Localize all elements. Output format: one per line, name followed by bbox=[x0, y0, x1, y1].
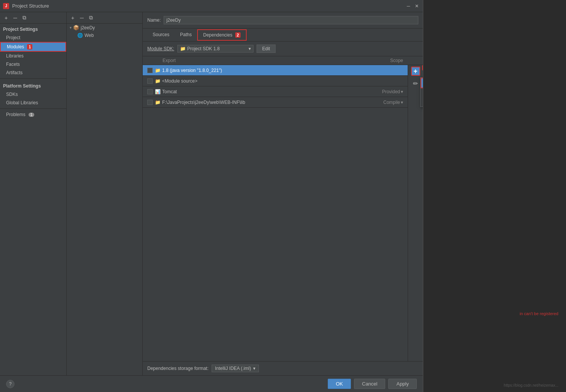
module-tree: + ─ ⧉ ▾ 📦 j2eeDy 🌐 Web bbox=[67, 12, 143, 375]
sdk-label: Module SDK: bbox=[147, 46, 174, 51]
tree-item-label: j2eeDy bbox=[81, 25, 95, 30]
sidebar-item-artifacts[interactable]: Artifacts bbox=[0, 69, 66, 77]
annotation-3: 3 bbox=[422, 65, 423, 70]
app-icon: J bbox=[3, 3, 9, 9]
minimize-button[interactable]: ─ bbox=[405, 3, 411, 9]
dep-name-tomcat: Tomcat bbox=[162, 89, 365, 94]
title-bar: J Project Structure ─ ✕ bbox=[0, 0, 423, 12]
sdk-dropdown-arrow: ▾ bbox=[249, 46, 251, 51]
dep-scope-lib[interactable]: Compile ▾ bbox=[365, 100, 403, 105]
help-button[interactable]: ? bbox=[6, 380, 14, 388]
sidebar-toolbar: + ─ ⧉ bbox=[0, 12, 66, 24]
dropdown-item-library[interactable]: 2 Library... bbox=[421, 88, 423, 97]
sidebar-item-label: Project bbox=[6, 35, 20, 40]
ide-error-text: in can't be registered bbox=[520, 311, 558, 316]
module-copy-button[interactable]: ⧉ bbox=[87, 14, 95, 22]
web-icon: 🌐 bbox=[77, 33, 83, 38]
main-panel: Name: Sources Paths Dependencies 2 Modul… bbox=[143, 12, 423, 375]
sidebar-item-label: Problems bbox=[6, 112, 26, 117]
dropdown-item-module-dep[interactable]: 3 Module Dependency... bbox=[421, 97, 423, 107]
storage-value: IntelliJ IDEA (.iml) bbox=[215, 366, 251, 371]
sdk-icon: 📁 bbox=[180, 46, 186, 51]
footer: ? OK Cancel Apply bbox=[0, 375, 423, 392]
dep-icon-jdk: 📁 bbox=[155, 68, 161, 73]
dropdown-item-jars[interactable]: 1 JARs or directories... 4 bbox=[421, 78, 423, 88]
dep-checkbox-jdk[interactable] bbox=[147, 68, 153, 73]
platform-settings-label: Platform Settings bbox=[0, 80, 66, 90]
sidebar-item-label: Facets bbox=[6, 62, 20, 67]
window-title: Project Structure bbox=[12, 3, 405, 9]
sidebar-item-project[interactable]: Project bbox=[0, 33, 66, 42]
dependency-row-lib[interactable]: 📁 F:\JavaProjects\j2eeDy\web\WEB-INF\lib… bbox=[143, 97, 408, 108]
add-dependency-button[interactable]: + bbox=[411, 67, 420, 76]
dep-checkbox-lib[interactable] bbox=[147, 100, 153, 105]
dep-name-jdk: 1.8 (java version "1.8.0_221") bbox=[162, 68, 365, 73]
dep-checkbox-source[interactable] bbox=[147, 78, 153, 84]
storage-label: Dependencies storage format: bbox=[147, 366, 209, 371]
sidebar-copy-button[interactable]: ⧉ bbox=[21, 14, 28, 22]
cancel-button[interactable]: Cancel bbox=[354, 379, 385, 389]
dep-icon-lib: 📁 bbox=[155, 100, 161, 105]
tree-expand-arrow: ▾ bbox=[70, 25, 72, 30]
sidebar-item-label: Global Libraries bbox=[6, 100, 38, 105]
sidebar-remove-button[interactable]: ─ bbox=[11, 14, 19, 22]
tab-dependencies[interactable]: Dependencies 2 bbox=[197, 29, 247, 41]
problems-count: 1 bbox=[29, 113, 35, 117]
dependency-row-tomcat[interactable]: 📊 Tomcat Provided ▾ bbox=[143, 86, 408, 97]
tree-item-j2eedy[interactable]: ▾ 📦 j2eeDy bbox=[67, 24, 142, 32]
sidebar-add-button[interactable]: + bbox=[2, 14, 10, 22]
dep-checkbox-tomcat[interactable] bbox=[147, 89, 153, 94]
sdk-value: Project SDK 1.8 bbox=[187, 46, 220, 51]
ide-url: https://blog.csdn.net/heizemax... bbox=[504, 383, 558, 387]
dependency-row-source[interactable]: 📁 <Module source> bbox=[143, 76, 408, 86]
close-button[interactable]: ✕ bbox=[414, 3, 420, 9]
name-input[interactable] bbox=[164, 16, 418, 24]
storage-select[interactable]: IntelliJ IDEA (.iml) ▾ bbox=[212, 365, 259, 372]
module-tree-toolbar: + ─ ⧉ bbox=[67, 12, 142, 24]
dep-icon-tomcat: 📊 bbox=[155, 89, 161, 94]
col-export-header: Export bbox=[163, 58, 182, 63]
sidebar-item-label: Modules bbox=[7, 44, 24, 49]
sidebar-item-global-libraries[interactable]: Global Libraries bbox=[0, 99, 66, 107]
sidebar-item-sdks[interactable]: SDKs bbox=[0, 90, 66, 99]
sidebar-item-libraries[interactable]: Libraries bbox=[0, 52, 66, 60]
storage-format-row: Dependencies storage format: IntelliJ ID… bbox=[143, 361, 423, 375]
tabs-row: Sources Paths Dependencies 2 bbox=[143, 29, 423, 41]
ok-button[interactable]: OK bbox=[328, 379, 351, 389]
tab-sources[interactable]: Sources bbox=[147, 30, 175, 40]
add-dependency-dropdown: 1 JARs or directories... 4 2 Library... … bbox=[420, 77, 423, 107]
tab-paths[interactable]: Paths bbox=[175, 30, 197, 40]
dep-scope-tomcat[interactable]: Provided ▾ bbox=[365, 89, 403, 94]
sidebar-item-label: Libraries bbox=[6, 53, 24, 59]
sidebar-item-facets[interactable]: Facets bbox=[0, 60, 66, 69]
name-row: Name: bbox=[143, 12, 423, 29]
dep-icon-source: 📁 bbox=[155, 78, 161, 84]
sdk-edit-button[interactable]: Edit bbox=[257, 45, 276, 53]
tree-item-web[interactable]: 🌐 Web bbox=[67, 32, 142, 39]
project-settings-label: Project Settings bbox=[0, 24, 66, 33]
dep-name-lib: F:\JavaProjects\j2eeDy\web\WEB-INF\lib bbox=[162, 100, 365, 105]
storage-arrow: ▾ bbox=[253, 366, 255, 371]
dependencies-table-header: Export Scope bbox=[143, 56, 423, 65]
annotation-1: 1 bbox=[27, 44, 32, 49]
apply-button[interactable]: Apply bbox=[388, 379, 417, 389]
dep-name-source: <Module source> bbox=[162, 78, 365, 84]
left-sidebar: + ─ ⧉ Project Settings Project Modules 1… bbox=[0, 12, 67, 375]
module-icon: 📦 bbox=[73, 25, 79, 30]
dependency-row-jdk[interactable]: 📁 1.8 (java version "1.8.0_221") bbox=[143, 65, 408, 76]
edit-dependency-button[interactable]: ✏ bbox=[411, 79, 420, 88]
sidebar-item-label: Artifacts bbox=[6, 70, 22, 75]
annotation-2: 2 bbox=[235, 32, 241, 38]
col-scope-header: Scope bbox=[365, 58, 403, 63]
sdk-select[interactable]: 📁 Project SDK 1.8 ▾ bbox=[177, 45, 254, 53]
dependencies-list: 📁 1.8 (java version "1.8.0_221") 📁 <Modu… bbox=[143, 65, 408, 361]
sdk-row: Module SDK: 📁 Project SDK 1.8 ▾ Edit bbox=[143, 41, 423, 56]
name-label: Name: bbox=[147, 18, 161, 23]
tree-item-label: Web bbox=[85, 33, 94, 38]
sidebar-item-label: SDKs bbox=[6, 92, 18, 97]
module-remove-button[interactable]: ─ bbox=[78, 14, 86, 22]
module-add-button[interactable]: + bbox=[69, 14, 77, 22]
sidebar-item-problems[interactable]: Problems 1 bbox=[0, 110, 66, 119]
sidebar-item-modules[interactable]: Modules 1 bbox=[0, 42, 66, 52]
actions-panel: + 3 1 JARs or directories... 4 2 Lib bbox=[408, 65, 423, 361]
